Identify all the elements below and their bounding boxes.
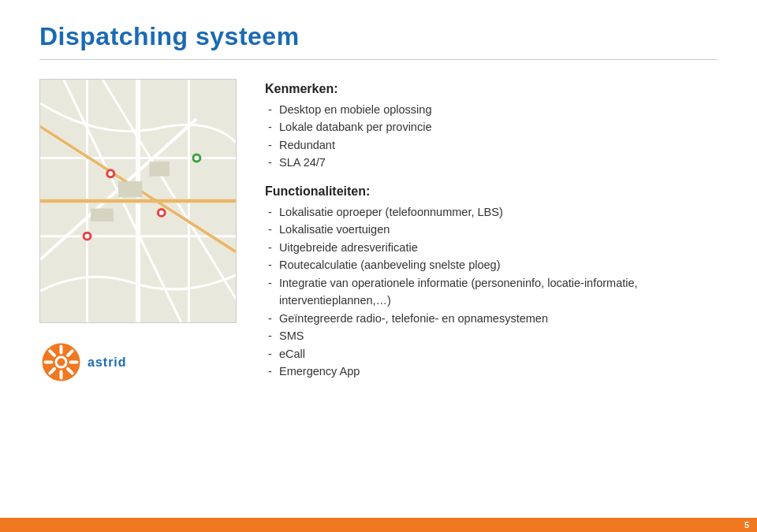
- astrid-logo-icon: [39, 340, 83, 384]
- astrid-logo-text: astrid: [88, 355, 127, 370]
- list-item: Geïntegreerde radio-, telefonie- en opna…: [265, 310, 718, 327]
- svg-point-34: [58, 359, 65, 366]
- map-image: [39, 79, 237, 323]
- svg-point-16: [159, 210, 164, 215]
- list-item: SMS: [265, 327, 718, 344]
- list-item: Integratie van operationele informatie (…: [265, 274, 718, 310]
- svg-rect-25: [60, 345, 63, 355]
- astrid-logo-area: astrid: [39, 340, 237, 384]
- svg-point-20: [194, 155, 199, 160]
- svg-rect-29: [60, 370, 63, 380]
- slide-number: 5: [744, 520, 749, 530]
- list-item: Lokalisatie oproeper (telefoonnummer, LB…: [265, 203, 718, 221]
- svg-rect-22: [150, 162, 170, 176]
- bottom-bar: 5: [0, 518, 757, 532]
- svg-rect-27: [69, 361, 79, 364]
- list-item: Redundant: [265, 136, 718, 154]
- left-column: astrid: [39, 79, 237, 393]
- right-column: Kenmerken: Desktop en mobiele oplossing …: [265, 79, 718, 393]
- svg-point-14: [108, 171, 113, 176]
- title-section: Dispatching systeem: [0, 0, 757, 60]
- page: Dispatching systeem: [0, 0, 757, 532]
- list-item: Routecalculatie (aanbeveling snelste plo…: [265, 256, 718, 273]
- list-item: Emergency App: [265, 363, 718, 380]
- svg-point-18: [85, 234, 90, 239]
- functionaliteiten-heading: Functionaliteiten:: [265, 184, 718, 199]
- svg-rect-23: [91, 209, 113, 221]
- list-item: Desktop en mobiele oplossing: [265, 101, 718, 118]
- list-item: eCall: [265, 345, 718, 363]
- kenmerken-list: Desktop en mobiele oplossing Lokale data…: [265, 101, 718, 172]
- kenmerken-heading: Kenmerken:: [265, 82, 718, 96]
- svg-rect-31: [44, 361, 54, 364]
- svg-rect-21: [118, 181, 142, 197]
- main-content: astrid Kenmerken: Desktop en mobiele opl…: [0, 60, 757, 393]
- list-item: Uitgebreide adresverificatie: [265, 239, 718, 256]
- functionaliteiten-list: Lokalisatie oproeper (telefoonnummer, LB…: [265, 203, 718, 381]
- page-title: Dispatching systeem: [39, 22, 718, 51]
- list-item: Lokale databank per provincie: [265, 118, 718, 136]
- list-item: SLA 24/7: [265, 154, 718, 171]
- list-item: Lokalisatie voertuigen: [265, 221, 718, 238]
